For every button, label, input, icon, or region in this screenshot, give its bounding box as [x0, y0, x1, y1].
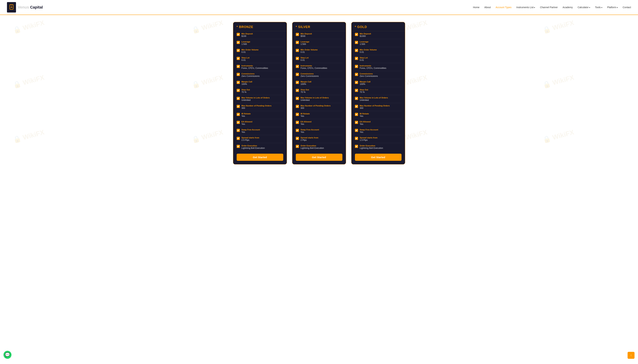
item-content: Leverage1:500 [301, 41, 310, 45]
check-icon [355, 57, 358, 60]
item-value: 70 % [360, 91, 368, 93]
nav-contact[interactable]: Contact [623, 6, 631, 9]
item-content: Max Number of Pending Orders300 [242, 105, 272, 109]
scroll-top-button[interactable]: ↑ [628, 352, 634, 359]
check-icon [355, 49, 358, 52]
item-value: Forex, CFD's, Commodities [301, 67, 327, 69]
check-icon [355, 145, 358, 148]
item-value: 1:500 [242, 43, 250, 45]
nav-channel-partner[interactable]: Channel Partner [540, 6, 558, 9]
item-label: Step Lot [360, 57, 368, 59]
item-label: Order Execution [301, 145, 324, 147]
item-value: 1:500 [301, 43, 310, 45]
check-icon [296, 41, 299, 44]
item-content: Stop Out70 % [360, 89, 368, 93]
card-item-bronze-1: Leverage1:500 [237, 39, 283, 47]
whatsapp-button[interactable]: 💬 [4, 351, 12, 359]
item-label: Stop Out [360, 89, 368, 91]
item-label: Stop Out [242, 89, 250, 91]
item-content: IB RebateYes [360, 113, 369, 117]
item-label: Spread starts from [301, 137, 318, 139]
nav-calculator[interactable]: Calculator [578, 6, 590, 9]
card-item-bronze-2: Min Order Volume0.01 [237, 47, 283, 55]
card-item-gold-0: Min Deposit$1000 [355, 31, 402, 39]
item-label: Min Order Volume [242, 49, 258, 51]
item-label: Leverage [242, 41, 250, 43]
item-value: 0.01 [360, 59, 368, 61]
item-value: 0.01 [301, 51, 318, 53]
check-icon [296, 73, 299, 76]
item-label: Commissions [360, 73, 378, 75]
item-value: 0.01 [242, 59, 250, 61]
check-icon [296, 129, 299, 132]
item-content: Swap Free AccountYes [242, 129, 260, 133]
item-content: Stop Out70 % [301, 89, 309, 93]
nav-tools[interactable]: Tools [595, 6, 602, 9]
check-icon [296, 81, 299, 84]
item-value: Yes [360, 131, 378, 133]
nav-home[interactable]: Home [473, 6, 480, 9]
card-title-bronze: * BRONZE [237, 25, 283, 29]
item-content: Min Deposit$100 [242, 33, 253, 37]
item-label: Margin Call [360, 81, 370, 83]
item-label: Min Order Volume [301, 49, 318, 51]
check-icon [296, 121, 299, 124]
item-content: Step Lot0.01 [360, 57, 368, 61]
item-content: Step Lot0.01 [242, 57, 250, 61]
card-item-gold-2: Min Order Volume0.01 [355, 47, 402, 55]
nav-platform[interactable]: Platform [607, 6, 618, 9]
item-label: IB Rebate [242, 113, 251, 115]
check-icon [237, 113, 240, 116]
item-value: Lightning Bolt Execution [242, 147, 265, 149]
item-label: Max Number of Pending Orders [242, 105, 272, 107]
card-item-bronze-7: Stop Out70 % [237, 87, 283, 95]
check-icon [237, 73, 240, 76]
item-value: $1000 [360, 35, 371, 37]
item-content: Spread starts from2 Pips [301, 137, 318, 141]
card-title-silver: * SILVER [296, 25, 342, 29]
brand-logo-icon: A [7, 2, 16, 12]
navbar: A Venus Capital Home About Account Types… [0, 0, 638, 15]
item-label: Max Volume in Lots of Orders [360, 97, 388, 99]
item-label: Swap Free Account [301, 129, 319, 131]
account-card-silver: * SILVER Min Deposit$500 Leverage1:500 M… [292, 22, 346, 164]
check-icon [237, 105, 240, 108]
check-icon [355, 129, 358, 132]
card-item-silver-11: EA AllowedYes [296, 119, 342, 127]
get-started-button-gold[interactable]: Get Started [355, 154, 402, 161]
get-started-button-silver[interactable]: Get Started [296, 154, 342, 161]
card-item-bronze-3: Step Lot0.01 [237, 55, 283, 63]
nav-about[interactable]: About [484, 6, 491, 9]
item-label: IB Rebate [360, 113, 369, 115]
item-value: Yes [360, 123, 370, 125]
check-icon [296, 113, 299, 116]
check-icon [296, 49, 299, 52]
item-value: Forex, CFD's, Commodities [360, 67, 386, 69]
item-content: Step Lot0.01 [301, 57, 309, 61]
item-value: Lightning Bolt Execution [301, 147, 324, 149]
card-title-gold: * GOLD [355, 25, 402, 29]
item-label: Swap Free Account [360, 129, 378, 131]
nav-instruments[interactable]: Instruments List [516, 6, 535, 9]
item-label: Instruments [301, 65, 327, 67]
nav-account-types[interactable]: Account Types [496, 6, 512, 9]
item-content: Min Deposit$500 [301, 33, 312, 37]
nav-academy[interactable]: Academy [562, 6, 572, 9]
check-icon [355, 105, 358, 108]
item-content: Leverage1:500 [360, 41, 369, 45]
item-value: 300 [242, 107, 272, 109]
check-icon [237, 57, 240, 60]
card-item-gold-9: Max Number of Pending Orders300 [355, 103, 402, 111]
card-item-gold-6: Margin Call100% [355, 79, 402, 87]
card-item-gold-1: Leverage1:500 [355, 39, 402, 47]
item-label: Leverage [360, 41, 369, 43]
item-label: Instruments [360, 65, 386, 67]
get-started-button-bronze[interactable]: Get Started [237, 154, 283, 161]
item-value: Yes [301, 131, 319, 133]
card-item-silver-4: InstrumentsForex, CFD's, Commodities [296, 63, 342, 71]
item-label: Max Volume in Lots of Orders [301, 97, 329, 99]
card-item-gold-12: Swap Free AccountYes [355, 127, 402, 135]
check-icon [237, 41, 240, 44]
item-value: Yes [242, 131, 260, 133]
check-icon [296, 145, 299, 148]
